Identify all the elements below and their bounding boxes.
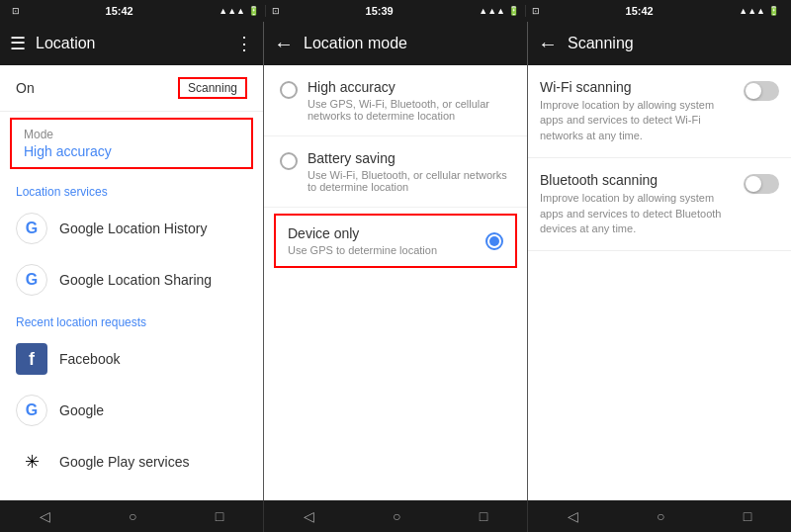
wifi-scanning-info: Wi-Fi scanning Improve location by allow… (540, 79, 744, 143)
scanning-title: Scanning (568, 35, 781, 52)
location-mode-toolbar: ← Location mode (264, 22, 527, 65)
notification-icon-3: ⊡ (532, 6, 540, 16)
signal-icon-1: ▲▲▲ (219, 6, 245, 16)
back-button-3[interactable]: ← (538, 33, 558, 55)
google-location-sharing-label: Google Location Sharing (59, 272, 212, 288)
nav-bar-3: ◁ ○ □ (528, 500, 791, 532)
location-title: Location (36, 35, 225, 52)
bluetooth-scanning-toggle[interactable] (744, 174, 779, 194)
location-toolbar: ☰ Location ⋮ (0, 22, 263, 65)
device-only-desc: Use GPS to determine location (288, 244, 485, 256)
google-location-sharing-item[interactable]: G Google Location Sharing (0, 254, 263, 306)
recent-requests-header: Recent location requests (0, 306, 263, 333)
high-accuracy-radio[interactable] (280, 81, 298, 99)
high-accuracy-title: High accuracy (308, 79, 511, 95)
scanning-panel: ← Scanning Wi-Fi scanning Improve locati… (528, 22, 791, 500)
bluetooth-scanning-title: Bluetooth scanning (540, 172, 734, 188)
facebook-icon: f (16, 343, 47, 375)
bluetooth-toggle-knob (746, 176, 761, 192)
high-accuracy-desc: Use GPS, Wi-Fi, Bluetooth, or cellular n… (308, 98, 511, 122)
mode-label: Mode (24, 128, 239, 141)
more-options-icon[interactable]: ⋮ (235, 33, 253, 54)
battery-saving-radio[interactable] (280, 152, 298, 170)
play-services-label: Google Play services (59, 454, 190, 470)
google-app-icon: G (16, 395, 47, 426)
battery-icon-3: 🔋 (768, 6, 779, 16)
status-time-2: 15:39 (366, 5, 394, 17)
google-location-sharing-icon: G (16, 264, 47, 296)
battery-icon-1: 🔋 (248, 6, 259, 16)
bluetooth-scanning-desc: Improve location by allowing system apps… (540, 191, 734, 236)
status-time-1: 15:42 (106, 5, 133, 17)
back-nav-1[interactable]: ◁ (40, 508, 50, 524)
location-mode-panel: ← Location mode High accuracy Use GPS, W… (264, 22, 528, 500)
device-only-option[interactable]: Device only Use GPS to determine locatio… (274, 214, 517, 268)
location-services-header: Location services (0, 175, 263, 203)
mode-value: High accuracy (24, 143, 239, 159)
maps-item[interactable]: 📍 Maps (0, 488, 263, 500)
nav-bar-2: ◁ ○ □ (264, 500, 528, 532)
hamburger-icon[interactable]: ☰ (10, 33, 26, 54)
location-mode-title: Location mode (304, 35, 517, 52)
google-location-history-icon: G (16, 213, 47, 244)
google-location-history-label: Google Location History (59, 221, 207, 236)
device-only-radio[interactable] (485, 232, 503, 250)
home-nav-2[interactable]: ○ (393, 508, 400, 524)
battery-icon-2: 🔋 (508, 6, 519, 16)
nav-bar-1: ◁ ○ □ (0, 500, 264, 532)
google-location-history-item[interactable]: G Google Location History (0, 203, 263, 254)
mode-section[interactable]: Mode High accuracy (10, 118, 253, 169)
play-services-item[interactable]: ✳ Google Play services (0, 436, 263, 488)
bluetooth-scanning-info: Bluetooth scanning Improve location by a… (540, 172, 744, 236)
location-panel: ☰ Location ⋮ On Scanning Mode High accur… (0, 22, 264, 500)
google-label: Google (59, 402, 104, 418)
google-item[interactable]: G Google (0, 385, 263, 436)
notification-icon-2: ⊡ (272, 6, 280, 16)
battery-saving-title: Battery saving (308, 150, 511, 166)
recents-nav-3[interactable]: □ (744, 508, 751, 524)
radio-inner (489, 236, 499, 246)
back-button-2[interactable]: ← (274, 33, 294, 55)
wifi-scanning-toggle[interactable] (744, 81, 779, 101)
wifi-scanning-title: Wi-Fi scanning (540, 79, 734, 95)
location-status-row[interactable]: On Scanning (0, 65, 263, 112)
facebook-label: Facebook (59, 351, 120, 367)
recents-nav-1[interactable]: □ (216, 508, 223, 524)
signal-icon-3: ▲▲▲ (739, 6, 765, 16)
play-services-icon: ✳ (16, 446, 47, 478)
battery-saving-desc: Use Wi-Fi, Bluetooth, or cellular networ… (308, 169, 511, 193)
home-nav-3[interactable]: ○ (657, 508, 664, 524)
status-time-3: 15:42 (626, 5, 654, 17)
signal-icon-2: ▲▲▲ (479, 6, 505, 16)
scanning-toolbar: ← Scanning (528, 22, 791, 65)
back-nav-3[interactable]: ◁ (568, 508, 578, 524)
notification-icon: ⊡ (12, 6, 20, 16)
device-only-title: Device only (288, 225, 485, 241)
back-nav-2[interactable]: ◁ (304, 508, 314, 524)
battery-saving-option[interactable]: Battery saving Use Wi-Fi, Bluetooth, or … (264, 136, 527, 208)
location-on-label: On (16, 80, 35, 96)
facebook-item[interactable]: f Facebook (0, 333, 263, 385)
high-accuracy-option[interactable]: High accuracy Use GPS, Wi-Fi, Bluetooth,… (264, 65, 527, 136)
wifi-toggle-knob (746, 83, 761, 99)
home-nav-1[interactable]: ○ (129, 508, 136, 524)
scanning-badge: Scanning (178, 77, 247, 99)
wifi-scanning-option[interactable]: Wi-Fi scanning Improve location by allow… (528, 65, 791, 158)
bluetooth-scanning-option[interactable]: Bluetooth scanning Improve location by a… (528, 158, 791, 251)
wifi-scanning-desc: Improve location by allowing system apps… (540, 98, 734, 143)
recents-nav-2[interactable]: □ (480, 508, 487, 524)
